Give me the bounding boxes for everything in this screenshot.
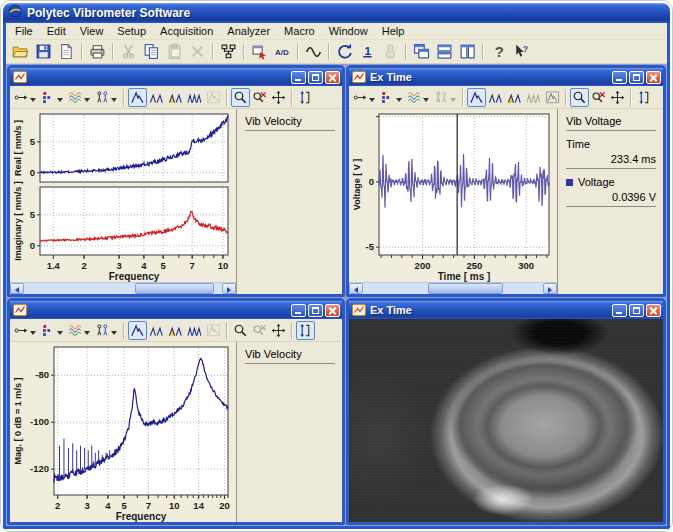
signal-flow-button[interactable]	[217, 41, 240, 63]
maximize-button[interactable]	[308, 304, 323, 317]
peak-single-button[interactable]	[467, 88, 486, 107]
menu-item-acquisition[interactable]: Acquisition	[153, 24, 220, 38]
y-scale-button[interactable]	[296, 88, 315, 107]
toolbar-separator	[123, 322, 125, 339]
close-button[interactable]	[325, 71, 340, 84]
menu-item-window[interactable]: Window	[322, 24, 375, 38]
scroll-track[interactable]	[363, 283, 543, 294]
zoom-off-button[interactable]	[589, 88, 608, 107]
cursor-mode-button[interactable]	[12, 88, 39, 107]
child-titlebar[interactable]: Ex Time	[349, 68, 663, 86]
peak-double-button[interactable]	[486, 88, 505, 107]
peak-double-button[interactable]	[147, 321, 166, 340]
minimize-button[interactable]	[291, 71, 306, 84]
menu-item-help[interactable]: Help	[375, 24, 412, 38]
continuous-button[interactable]	[333, 41, 356, 63]
copy-button[interactable]	[140, 41, 163, 63]
peak-multi-button[interactable]	[185, 88, 204, 107]
peak-single-icon	[469, 90, 484, 105]
context-help-button[interactable]: ?	[510, 41, 533, 63]
child-titlebar[interactable]	[10, 68, 342, 86]
pan-button[interactable]	[269, 321, 288, 340]
peak-single-button[interactable]	[128, 88, 147, 107]
zoom-button[interactable]	[570, 88, 589, 107]
cursor-mode-button[interactable]	[12, 321, 39, 340]
y-scale-button[interactable]	[296, 321, 315, 340]
zoom-button[interactable]	[231, 88, 250, 107]
scroll-thumb[interactable]	[428, 283, 504, 294]
menu-item-file[interactable]: File	[8, 24, 40, 38]
menu-item-analyzer[interactable]: Analyzer	[220, 24, 277, 38]
child-window-title: Ex Time	[370, 304, 612, 316]
compare-button[interactable]	[432, 88, 459, 107]
peak-track-button[interactable]	[204, 321, 223, 340]
cascade-button[interactable]	[410, 41, 433, 63]
ad-settings-button[interactable]	[248, 41, 271, 63]
close-button[interactable]	[646, 71, 661, 84]
display-style-icon	[380, 90, 395, 105]
scroll-thumb[interactable]	[135, 283, 214, 294]
scroll-track[interactable]	[24, 283, 222, 294]
display-style-button[interactable]	[378, 88, 405, 107]
peak-track-button[interactable]	[543, 88, 562, 107]
pan-button[interactable]	[608, 88, 627, 107]
maximize-button[interactable]	[629, 71, 644, 84]
peak-marked-button[interactable]	[166, 88, 185, 107]
signal-select-button[interactable]	[66, 88, 93, 107]
menu-item-setup[interactable]: Setup	[110, 24, 153, 38]
app-titlebar[interactable]: Polytec Vibrometer Software	[3, 3, 670, 23]
pan-button[interactable]	[269, 88, 288, 107]
scroll-left-button[interactable]	[10, 283, 24, 294]
ad-button[interactable]: A/D	[271, 41, 294, 63]
peak-multi-button[interactable]	[524, 88, 543, 107]
display-style-button[interactable]	[39, 88, 66, 107]
tile-vertical-button[interactable]	[456, 41, 479, 63]
peak-marked-button[interactable]	[505, 88, 524, 107]
scroll-right-button[interactable]	[222, 283, 236, 294]
minimize-button[interactable]	[291, 304, 306, 317]
scroll-left-button[interactable]	[349, 283, 363, 294]
signal-select-button[interactable]	[405, 88, 432, 107]
child-titlebar[interactable]: Ex Time	[349, 301, 663, 319]
peak-track-button[interactable]	[204, 88, 223, 107]
maximize-button[interactable]	[629, 304, 644, 317]
scroll-right-button[interactable]	[543, 283, 557, 294]
menu-bar: FileEditViewSetupAcquisitionAnalyzerMacr…	[6, 23, 667, 40]
menu-item-edit[interactable]: Edit	[40, 24, 73, 38]
peak-single-button[interactable]	[128, 321, 147, 340]
close-button[interactable]	[325, 304, 340, 317]
peak-double-button[interactable]	[147, 88, 166, 107]
y-scale-button[interactable]	[635, 88, 654, 107]
new-doc-button[interactable]	[55, 41, 78, 63]
zoom-button[interactable]	[231, 321, 250, 340]
menu-item-macro[interactable]: Macro	[277, 24, 322, 38]
tile-horizontal-button[interactable]	[433, 41, 456, 63]
cursor-mode-button[interactable]	[351, 88, 378, 107]
help-button[interactable]: ?	[487, 41, 510, 63]
delete-button[interactable]	[186, 41, 209, 63]
peak-multi-button[interactable]	[185, 321, 204, 340]
cut-button[interactable]	[117, 41, 140, 63]
minimize-button[interactable]	[612, 304, 627, 317]
save-button[interactable]	[32, 41, 55, 63]
maximize-button[interactable]	[308, 71, 323, 84]
minimize-button[interactable]	[612, 71, 627, 84]
signal-select-button[interactable]	[66, 321, 93, 340]
zoom-off-button[interactable]	[250, 321, 269, 340]
open-button[interactable]	[9, 41, 32, 63]
zoom-off-button[interactable]	[250, 88, 269, 107]
paste-button[interactable]	[163, 41, 186, 63]
close-button[interactable]	[646, 304, 661, 317]
generator-button[interactable]	[302, 41, 325, 63]
window-frequency-mag: -80-100-120Mag. [ 0 dB = 1 m/s ]23457101…	[7, 298, 345, 525]
single-shot-button[interactable]: 1	[356, 41, 379, 63]
compare-button[interactable]	[93, 88, 120, 107]
display-style-button[interactable]	[39, 321, 66, 340]
stop-button[interactable]	[379, 41, 402, 63]
print-button[interactable]	[86, 41, 109, 63]
menu-item-view[interactable]: View	[73, 24, 111, 38]
dropdown-arrow-icon	[84, 331, 90, 335]
peak-marked-button[interactable]	[166, 321, 185, 340]
compare-button[interactable]	[93, 321, 120, 340]
child-titlebar[interactable]	[10, 301, 342, 319]
